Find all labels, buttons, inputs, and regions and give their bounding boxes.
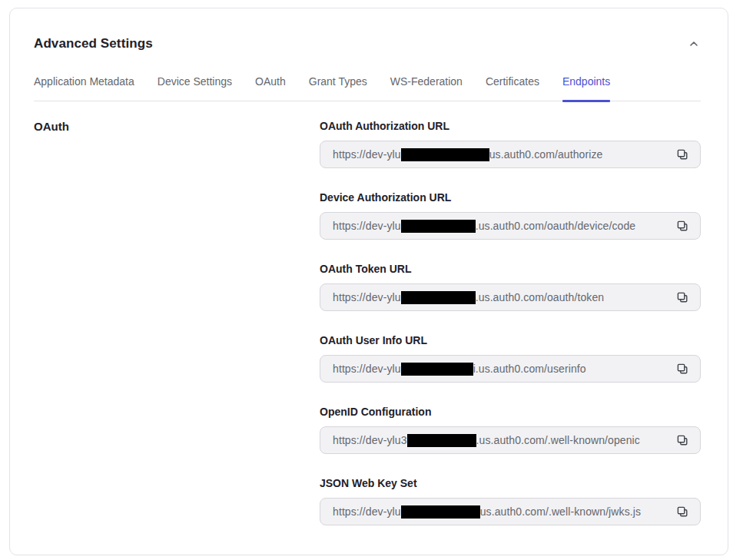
copy-button[interactable]	[672, 502, 692, 522]
copy-icon	[676, 291, 688, 303]
value-suffix: us.auth0.com/.well-known/jwks.js	[480, 505, 641, 518]
field-value: https://dev-yluus.auth0.com/authorize	[333, 148, 666, 161]
field-value: https://dev-ylu.us.auth0.com/oauth/devic…	[333, 220, 666, 233]
field-oauth-authorization-url: OAuth Authorization URL https://dev-yluu…	[320, 120, 701, 168]
tab-oauth[interactable]: OAuth	[255, 75, 286, 101]
tab-bar: Application Metadata Device Settings OAu…	[34, 75, 701, 101]
copy-button[interactable]	[672, 216, 692, 236]
redacted-value	[401, 363, 473, 376]
redacted-value	[401, 505, 480, 519]
fields-column: OAuth Authorization URL https://dev-yluu…	[320, 120, 701, 548]
field-json-web-key-set: JSON Web Key Set https://dev-yluus.auth0…	[320, 477, 701, 525]
oauth-user-info-url-input[interactable]: https://dev-ylui.us.auth0.com/userinfo	[320, 355, 701, 383]
redacted-value	[401, 220, 476, 233]
value-prefix: https://dev-ylu	[333, 220, 401, 232]
field-oauth-user-info-url: OAuth User Info URL https://dev-ylui.us.…	[320, 334, 701, 383]
copy-button[interactable]	[672, 430, 692, 450]
advanced-settings-panel: Advanced Settings Application Metadata D…	[9, 8, 728, 555]
redacted-value	[407, 434, 476, 447]
field-device-authorization-url: Device Authorization URL https://dev-ylu…	[320, 191, 701, 240]
copy-icon	[676, 505, 688, 518]
value-suffix: us.auth0.com/authorize	[489, 148, 603, 161]
value-prefix: https://dev-ylu	[333, 291, 401, 303]
oauth-authorization-url-input[interactable]: https://dev-yluus.auth0.com/authorize	[320, 141, 701, 168]
tab-application-metadata[interactable]: Application Metadata	[34, 75, 134, 101]
tab-ws-federation[interactable]: WS-Federation	[390, 75, 463, 101]
section-column: OAuth	[34, 120, 320, 548]
copy-button[interactable]	[672, 144, 692, 164]
field-label: JSON Web Key Set	[320, 477, 701, 489]
value-prefix: https://dev-ylu	[333, 505, 401, 518]
copy-icon	[676, 363, 688, 375]
value-prefix: https://dev-ylu	[333, 148, 401, 161]
collapse-button[interactable]	[687, 37, 701, 51]
copy-icon	[676, 148, 688, 161]
value-suffix: i.us.auth0.com/userinfo	[473, 363, 586, 375]
field-value: https://dev-ylu.us.auth0.com/oauth/token	[333, 291, 666, 304]
copy-icon	[676, 434, 688, 446]
field-openid-configuration: OpenID Configuration https://dev-ylu3.us…	[320, 406, 701, 454]
tab-device-settings[interactable]: Device Settings	[158, 75, 232, 101]
field-label: OAuth Token URL	[320, 263, 701, 275]
chevron-up-icon	[688, 38, 699, 49]
field-label: Device Authorization URL	[320, 191, 701, 204]
panel-title: Advanced Settings	[34, 36, 153, 51]
tab-grant-types[interactable]: Grant Types	[309, 75, 367, 101]
panel-header: Advanced Settings	[34, 36, 701, 51]
tab-certificates[interactable]: Certificates	[486, 75, 539, 101]
section-heading: OAuth	[34, 120, 320, 133]
value-suffix: .us.auth0.com/oauth/device/code	[476, 220, 636, 232]
redacted-value	[401, 291, 476, 304]
copy-icon	[676, 220, 688, 232]
field-value: https://dev-ylui.us.auth0.com/userinfo	[333, 363, 666, 376]
openid-configuration-input[interactable]: https://dev-ylu3.us.auth0.com/.well-know…	[320, 426, 701, 454]
field-label: OAuth User Info URL	[320, 334, 701, 346]
field-value: https://dev-ylu3.us.auth0.com/.well-know…	[333, 434, 666, 447]
value-prefix: https://dev-ylu3	[333, 434, 407, 446]
copy-button[interactable]	[672, 287, 692, 307]
endpoints-content: OAuth OAuth Authorization URL https://de…	[34, 120, 701, 548]
field-value: https://dev-yluus.auth0.com/.well-known/…	[333, 505, 666, 519]
field-label: OAuth Authorization URL	[320, 120, 701, 132]
device-authorization-url-input[interactable]: https://dev-ylu.us.auth0.com/oauth/devic…	[320, 212, 701, 240]
value-prefix: https://dev-ylu	[333, 363, 401, 375]
tab-endpoints[interactable]: Endpoints	[562, 75, 610, 101]
value-suffix: .us.auth0.com/.well-known/openic	[476, 434, 640, 446]
value-suffix: .us.auth0.com/oauth/token	[476, 291, 605, 303]
copy-button[interactable]	[672, 359, 692, 379]
oauth-token-url-input[interactable]: https://dev-ylu.us.auth0.com/oauth/token	[320, 283, 701, 311]
field-label: OpenID Configuration	[320, 406, 701, 418]
json-web-key-set-input[interactable]: https://dev-yluus.auth0.com/.well-known/…	[320, 498, 701, 525]
redacted-value	[401, 148, 489, 161]
field-oauth-token-url: OAuth Token URL https://dev-ylu.us.auth0…	[320, 263, 701, 311]
